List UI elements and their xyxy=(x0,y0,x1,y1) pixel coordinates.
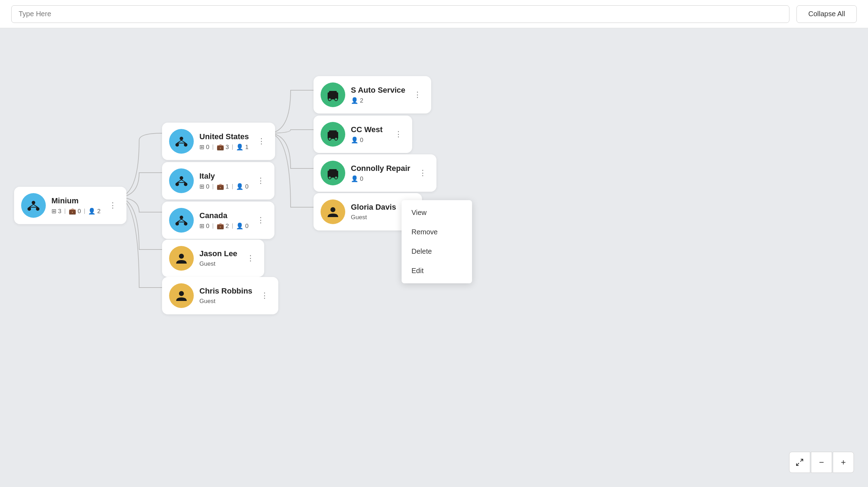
chris-robbins-menu-button[interactable]: ⋮ xyxy=(258,290,271,301)
svg-point-8 xyxy=(184,143,187,147)
svg-point-2 xyxy=(36,207,39,211)
svg-point-0 xyxy=(32,201,35,204)
svg-point-13 xyxy=(175,183,179,186)
context-menu-edit[interactable]: Edit xyxy=(402,261,472,281)
cc-west-stats: 👤 0 xyxy=(351,136,386,144)
italy-stats: ⊞ 0| 💼 1| 👤 0 xyxy=(199,183,248,190)
gloria-davis-content: Gloria Davis Guest xyxy=(351,203,396,221)
chris-robbins-title: Chris Robbins xyxy=(199,286,252,296)
svg-rect-35 xyxy=(329,169,337,172)
svg-point-24 xyxy=(179,254,184,259)
zoom-in-button[interactable]: + xyxy=(833,452,854,473)
canada-stats: ⊞ 0| 💼 2| 👤 0 xyxy=(199,222,248,230)
canada-menu-button[interactable]: ⋮ xyxy=(254,215,267,226)
svg-point-18 xyxy=(180,216,183,219)
svg-line-16 xyxy=(181,180,186,183)
canvas: Minium ⊞ 3| 💼 0| 👤 2 ⋮ United States xyxy=(0,28,868,487)
svg-line-9 xyxy=(177,140,181,143)
italy-content: Italy ⊞ 0| 💼 1| 👤 0 xyxy=(199,172,248,190)
zoom-expand-button[interactable] xyxy=(789,452,810,473)
node-minium: Minium ⊞ 3| 💼 0| 👤 2 ⋮ xyxy=(14,187,126,224)
minium-title: Minium xyxy=(51,196,100,205)
connolly-repair-stats: 👤 0 xyxy=(351,175,410,183)
zoom-out-button[interactable]: − xyxy=(811,452,832,473)
svg-point-1 xyxy=(27,207,31,211)
canada-title: Canada xyxy=(199,211,248,220)
minium-icon xyxy=(21,193,46,218)
chris-robbins-subtitle: Guest xyxy=(199,298,252,305)
svg-point-20 xyxy=(184,222,187,226)
svg-line-10 xyxy=(181,140,186,143)
node-italy: Italy ⊞ 0| 💼 1| 👤 0 ⋮ xyxy=(162,162,274,199)
search-input[interactable] xyxy=(11,5,789,23)
minium-content: Minium ⊞ 3| 💼 0| 👤 2 xyxy=(51,196,100,215)
s-auto-service-title: S Auto Service xyxy=(351,86,405,95)
united-states-title: United States xyxy=(199,132,249,141)
gloria-davis-icon xyxy=(321,199,345,224)
node-s-auto-service: S Auto Service 👤 2 ⋮ xyxy=(314,76,431,113)
svg-line-21 xyxy=(177,219,181,222)
gloria-davis-subtitle: Guest xyxy=(351,214,396,221)
collapse-all-button[interactable]: Collapse All xyxy=(796,5,857,23)
united-states-icon xyxy=(169,129,194,154)
connolly-repair-title: Connolly Repair xyxy=(351,164,410,173)
connolly-repair-icon xyxy=(321,161,345,185)
svg-point-19 xyxy=(175,222,179,226)
context-menu-remove[interactable]: Remove xyxy=(402,222,472,242)
svg-point-29 xyxy=(335,98,337,101)
canada-icon xyxy=(169,208,194,233)
node-chris-robbins: Chris Robbins Guest ⋮ xyxy=(162,277,278,314)
svg-line-39 xyxy=(800,459,803,462)
svg-point-33 xyxy=(335,137,337,140)
svg-line-4 xyxy=(33,204,38,207)
svg-line-15 xyxy=(177,180,181,183)
united-states-menu-button[interactable]: ⋮ xyxy=(255,136,268,147)
svg-point-32 xyxy=(328,137,331,140)
italy-menu-button[interactable]: ⋮ xyxy=(254,175,267,186)
chris-robbins-content: Chris Robbins Guest xyxy=(199,286,252,305)
cc-west-icon xyxy=(321,122,345,147)
svg-point-25 xyxy=(179,291,184,296)
svg-point-12 xyxy=(180,176,183,180)
cc-west-title: CC West xyxy=(351,125,386,134)
s-auto-service-content: S Auto Service 👤 2 xyxy=(351,86,405,104)
cc-west-menu-button[interactable]: ⋮ xyxy=(392,129,405,140)
s-auto-service-stats: 👤 2 xyxy=(351,97,405,104)
node-canada: Canada ⊞ 0| 💼 2| 👤 0 ⋮ xyxy=(162,202,274,239)
svg-point-37 xyxy=(335,176,337,179)
header: Collapse All xyxy=(0,0,868,28)
minium-menu-button[interactable]: ⋮ xyxy=(106,200,119,211)
united-states-stats: ⊞ 0| 💼 3| 👤 1 xyxy=(199,143,249,151)
italy-icon xyxy=(169,168,194,193)
jason-lee-icon xyxy=(169,246,194,271)
svg-line-3 xyxy=(29,204,33,207)
s-auto-service-icon xyxy=(321,82,345,107)
node-cc-west: CC West 👤 0 ⋮ xyxy=(314,116,412,153)
svg-rect-27 xyxy=(329,91,337,94)
canada-content: Canada ⊞ 0| 💼 2| 👤 0 xyxy=(199,211,248,230)
jason-lee-subtitle: Guest xyxy=(199,260,238,267)
context-menu-delete[interactable]: Delete xyxy=(402,242,472,261)
united-states-content: United States ⊞ 0| 💼 3| 👤 1 xyxy=(199,132,249,151)
gloria-davis-title: Gloria Davis xyxy=(351,203,396,212)
chris-robbins-icon xyxy=(169,283,194,308)
node-united-states: United States ⊞ 0| 💼 3| 👤 1 ⋮ xyxy=(162,123,275,160)
svg-point-14 xyxy=(184,183,187,186)
connolly-repair-menu-button[interactable]: ⋮ xyxy=(416,168,429,178)
zoom-controls: − + xyxy=(789,452,854,473)
context-menu: View Remove Delete Edit xyxy=(402,200,472,283)
svg-rect-31 xyxy=(329,130,337,133)
jason-lee-menu-button[interactable]: ⋮ xyxy=(244,253,257,264)
svg-point-36 xyxy=(328,176,331,179)
s-auto-service-menu-button[interactable]: ⋮ xyxy=(411,90,424,100)
svg-point-38 xyxy=(330,207,335,212)
node-jason-lee: Jason Lee Guest ⋮ xyxy=(162,240,264,277)
svg-point-6 xyxy=(180,137,183,140)
node-connolly-repair: Connolly Repair 👤 0 ⋮ xyxy=(314,154,436,192)
connolly-repair-content: Connolly Repair 👤 0 xyxy=(351,164,410,183)
context-menu-view[interactable]: View xyxy=(402,203,472,222)
italy-title: Italy xyxy=(199,172,248,181)
svg-line-40 xyxy=(796,463,799,466)
minium-stats: ⊞ 3| 💼 0| 👤 2 xyxy=(51,208,100,215)
cc-west-content: CC West 👤 0 xyxy=(351,125,386,144)
